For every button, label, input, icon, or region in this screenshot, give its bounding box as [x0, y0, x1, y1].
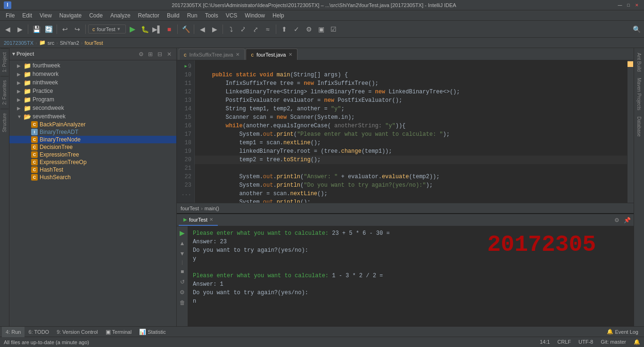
menu-edit[interactable]: Edit [18, 11, 36, 20]
side-tab-favorites[interactable]: 2: Favorites [0, 76, 8, 108]
code-content[interactable]: public static void main(String[] args) {… [195, 60, 627, 203]
window-controls[interactable]: — □ ✕ [617, 2, 640, 8]
status-position[interactable]: 14:1 [540, 339, 550, 345]
run-pin-button[interactable]: 📌 [622, 215, 632, 225]
maximize-button[interactable]: □ [625, 2, 632, 8]
run-scroll-down-button[interactable]: ▼ [178, 249, 187, 258]
tab-infixsuffixtree[interactable]: c InfixSuffixTree.java ✕ [179, 49, 245, 60]
toolbar-forward-button[interactable]: ▶ [14, 24, 25, 35]
menu-analyze[interactable]: Analyze [107, 11, 134, 20]
build-button[interactable]: 🔨 [180, 24, 191, 35]
menu-navigate[interactable]: Navigate [56, 11, 85, 20]
tree-item-hashtest[interactable]: C HashTest [9, 166, 176, 174]
tree-item-binarytreeadt[interactable]: I BinaryTreeADT [9, 128, 176, 136]
menu-build[interactable]: Build [163, 11, 183, 20]
menu-refactor[interactable]: Refactor [134, 11, 163, 20]
right-panel-ant[interactable]: Ant Build [635, 50, 643, 74]
step-into-btn[interactable]: ⤦ [238, 24, 249, 35]
run-again-button[interactable]: ▶ [178, 228, 187, 238]
tree-item-binarytreenode[interactable]: C BinaryTreeNode [9, 136, 176, 143]
breadcrumb-item-fourtest[interactable]: fourTest [84, 40, 103, 46]
tree-item-backpainanalyzer[interactable]: C BackPainAnalyzer [9, 121, 176, 128]
project-close-button[interactable]: ✕ [165, 50, 173, 58]
tab-fourtest[interactable]: c fourTest.java ✕ [246, 49, 297, 60]
tab-close-infixsuffixtree[interactable]: ✕ [236, 52, 239, 57]
debug-button[interactable]: 🐛 [139, 24, 150, 35]
navigate-fwd-btn[interactable]: ▶ [209, 24, 220, 35]
tree-item-expressiontree[interactable]: C ExpressionTree [9, 151, 176, 158]
tree-item-program[interactable]: ▶ 📁 Program [9, 95, 176, 104]
toolbar-save-button[interactable]: 💾 [31, 24, 42, 35]
close-button[interactable]: ✕ [634, 2, 640, 8]
breadcrumb-item-shiyan[interactable]: ShiYan2 [60, 40, 79, 46]
toolbar-back-button[interactable]: ◀ [2, 24, 13, 35]
class-icon-decisiontree: C [31, 144, 38, 150]
project-settings-button[interactable]: ⚙ [137, 50, 145, 58]
menu-vcs[interactable]: VCS [222, 11, 241, 20]
step-out-btn[interactable]: ⤤ [250, 24, 261, 35]
run-clear-button[interactable]: 🗑 [178, 298, 187, 307]
menu-code[interactable]: Code [85, 11, 107, 20]
tree-item-fourthweek[interactable]: ▶ 📁 fourthweek [9, 61, 176, 70]
sdk-manager-btn[interactable]: ☑ [328, 24, 339, 35]
status-vcs[interactable]: Git: master [601, 339, 626, 345]
vcs-commit-btn[interactable]: ✓ [291, 24, 302, 35]
bottom-tab-run[interactable]: 4: Run [2, 327, 25, 337]
stop-button[interactable]: ■ [164, 24, 175, 35]
run-config-selector[interactable]: c fourTest ▾ [88, 25, 126, 33]
tree-item-homework[interactable]: ▶ 📁 homework [9, 70, 176, 78]
status-notifications-icon[interactable]: 🔔 [634, 339, 640, 345]
breadcrumb-item-src[interactable]: src [48, 40, 55, 46]
bottom-tab-terminal[interactable]: ▣ Terminal [102, 327, 136, 337]
right-panel-maven[interactable]: Maven Projects [635, 75, 643, 113]
run-rerun-button[interactable]: ↺ [178, 277, 187, 287]
run-scroll-up-button[interactable]: ▲ [178, 239, 187, 248]
bottom-tab-vcs[interactable]: 9: Version Control [53, 327, 101, 337]
tree-item-seventhweek[interactable]: ▼ 📂 seventhweek [9, 112, 176, 121]
settings-btn[interactable]: ⚙ [303, 24, 314, 35]
step-over-btn[interactable]: ⤵ [225, 24, 237, 35]
run-tab-close-button[interactable]: ✕ [209, 217, 213, 222]
status-line-ending[interactable]: CRLF [557, 339, 571, 345]
terminal-btn[interactable]: ▣ [315, 24, 327, 35]
toolbar-sync-button[interactable]: 🔄 [43, 24, 54, 35]
bottom-tab-statistic[interactable]: 📊 Statistic [135, 327, 170, 337]
run-button[interactable]: ▶ [127, 24, 138, 35]
tree-item-ninthweek[interactable]: ▶ 📁 ninthweek [9, 78, 176, 87]
run-coverage-button[interactable]: ▶▌ [151, 24, 163, 35]
breadcrumb-item-project[interactable]: 20172305TX [4, 40, 33, 46]
project-expand-all-button[interactable]: ⊞ [146, 50, 155, 58]
menu-run[interactable]: Run [183, 11, 201, 20]
menu-window[interactable]: Window [241, 11, 269, 20]
evaluate-btn[interactable]: ≈ [262, 24, 273, 35]
side-tab-structure[interactable]: Structure [0, 109, 8, 136]
menu-file[interactable]: File [2, 11, 18, 20]
tree-item-hushsearch[interactable]: C HushSearch [9, 174, 176, 181]
bottom-tab-todo[interactable]: 6: TODO [25, 327, 53, 337]
toolbar-redo-button[interactable]: ↪ [72, 24, 83, 35]
run-settings-button[interactable]: ⚙ [612, 215, 621, 225]
class-icon-backpainanalyzer: C [31, 121, 38, 128]
menu-help[interactable]: Help [269, 11, 288, 20]
tree-item-practice[interactable]: ▶ 📁 Practice [9, 87, 176, 95]
run-stop-button[interactable]: ■ [178, 267, 187, 276]
tree-item-expressiontreeop[interactable]: C ExpressionTreeOp [9, 158, 176, 166]
bottom-tab-event-log[interactable]: 🔔 Event Log [603, 327, 642, 337]
minimize-button[interactable]: — [617, 2, 623, 8]
code-editor[interactable]: ▶9 10 11 12 13 14 15 16 17 18 19 20 21 2… [177, 60, 634, 203]
run-settings2-button[interactable]: ⚙ [178, 288, 187, 297]
navigate-back-btn[interactable]: ◀ [197, 24, 208, 35]
tab-close-fourtest[interactable]: ✕ [289, 52, 292, 57]
search-everywhere-button[interactable]: 🔍 [631, 24, 642, 35]
menu-view[interactable]: View [36, 11, 56, 20]
project-collapse-all-button[interactable]: ⊟ [156, 50, 164, 58]
vcs-update-btn[interactable]: ⬆ [279, 24, 290, 35]
status-charset[interactable]: UTF-8 [578, 339, 593, 345]
side-tab-project[interactable]: 1: Project [0, 48, 8, 76]
tree-item-secondweek[interactable]: ▶ 📁 secondweek [9, 104, 176, 112]
tree-item-decisiontree[interactable]: C DecisionTree [9, 143, 176, 151]
menu-tools[interactable]: Tools [201, 11, 222, 20]
toolbar-undo-button[interactable]: ↩ [59, 24, 71, 35]
right-panel-database[interactable]: Database [635, 114, 643, 140]
run-tab-fourtest[interactable]: ▶ fourTest ✕ [179, 215, 218, 226]
